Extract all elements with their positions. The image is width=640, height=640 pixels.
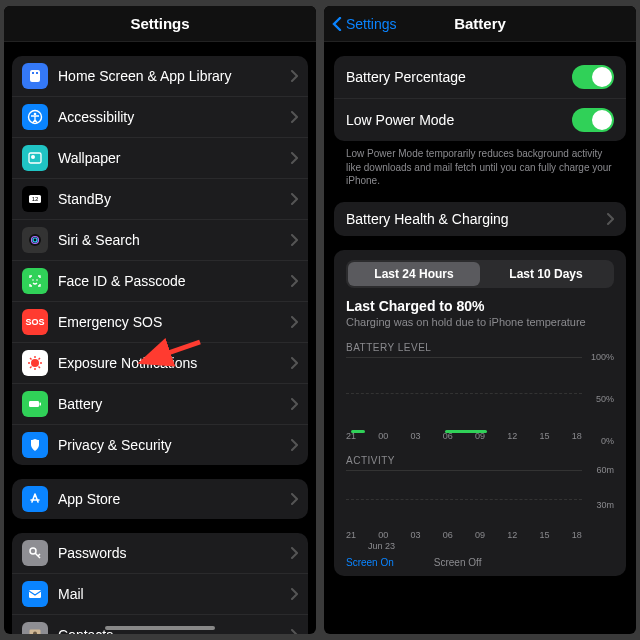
settings-row-siri[interactable]: Siri & Search bbox=[12, 220, 308, 261]
settings-title: Settings bbox=[130, 15, 189, 32]
svg-point-4 bbox=[34, 113, 37, 116]
chevron-right-icon bbox=[290, 439, 298, 451]
low-power-toggle[interactable] bbox=[572, 108, 614, 132]
date-stamp: Jun 23 bbox=[368, 541, 614, 551]
svg-text:12: 12 bbox=[32, 196, 39, 202]
battery-pane: Settings Battery Battery Percentage Low … bbox=[324, 6, 636, 634]
time-range-segment[interactable]: Last 24 Hours Last 10 Days bbox=[346, 260, 614, 288]
chevron-right-icon bbox=[290, 547, 298, 559]
low-power-row[interactable]: Low Power Mode bbox=[334, 99, 626, 141]
battery-health-row[interactable]: Battery Health & Charging bbox=[334, 202, 626, 236]
svg-line-21 bbox=[30, 367, 32, 369]
chevron-right-icon bbox=[606, 213, 614, 225]
battery-level-label: BATTERY LEVEL bbox=[346, 342, 614, 353]
row-label: Wallpaper bbox=[58, 150, 121, 166]
standby-icon: 12 bbox=[22, 186, 48, 212]
chevron-right-icon bbox=[290, 234, 298, 246]
chevron-right-icon bbox=[290, 493, 298, 505]
battery-icon bbox=[22, 391, 48, 417]
chevron-right-icon bbox=[290, 275, 298, 287]
svg-line-19 bbox=[30, 358, 32, 360]
exposure-icon bbox=[22, 350, 48, 376]
settings-row-home-screen[interactable]: Home Screen & App Library bbox=[12, 56, 308, 97]
svg-line-34 bbox=[142, 342, 200, 362]
settings-row-mail[interactable]: Mail bbox=[12, 574, 308, 615]
battery-content[interactable]: Battery Percentage Low Power Mode Low Po… bbox=[324, 42, 636, 634]
svg-line-20 bbox=[39, 367, 41, 369]
row-label: Mail bbox=[58, 586, 84, 602]
chevron-right-icon bbox=[290, 152, 298, 164]
row-label: Home Screen & App Library bbox=[58, 68, 232, 84]
chevron-right-icon bbox=[290, 111, 298, 123]
settings-row-faceid[interactable]: Face ID & Passcode bbox=[12, 261, 308, 302]
activity-label: ACTIVITY bbox=[346, 455, 614, 466]
row-label: Battery bbox=[58, 396, 102, 412]
row-label: Emergency SOS bbox=[58, 314, 162, 330]
battery-percentage-label: Battery Percentage bbox=[346, 69, 466, 85]
settings-row-battery[interactable]: Battery bbox=[12, 384, 308, 425]
low-power-footnote: Low Power Mode temporarily reduces backg… bbox=[334, 141, 626, 188]
sos-icon: SOS bbox=[22, 309, 48, 335]
chevron-right-icon bbox=[290, 629, 298, 634]
mail-icon bbox=[22, 581, 48, 607]
seg-24h[interactable]: Last 24 Hours bbox=[348, 262, 480, 286]
chevron-right-icon bbox=[290, 70, 298, 82]
passwords-icon bbox=[22, 540, 48, 566]
svg-point-13 bbox=[36, 279, 38, 281]
legend-screen-on: Screen On bbox=[346, 557, 394, 568]
contacts-icon bbox=[22, 622, 48, 634]
svg-rect-2 bbox=[36, 72, 38, 74]
seg-10d[interactable]: Last 10 Days bbox=[480, 262, 612, 286]
battery-percentage-toggle[interactable] bbox=[572, 65, 614, 89]
svg-rect-5 bbox=[29, 153, 41, 163]
wallpaper-icon bbox=[22, 145, 48, 171]
row-label: App Store bbox=[58, 491, 120, 507]
battery-header: Settings Battery bbox=[324, 6, 636, 42]
battery-title: Battery bbox=[454, 15, 506, 32]
chevron-right-icon bbox=[290, 193, 298, 205]
svg-rect-23 bbox=[29, 401, 39, 407]
battery-percentage-row[interactable]: Battery Percentage bbox=[334, 56, 626, 99]
last-charged-sub: Charging was on hold due to iPhone tempe… bbox=[346, 316, 614, 328]
settings-pane: Settings Home Screen & App LibraryAccess… bbox=[4, 6, 316, 634]
svg-rect-1 bbox=[32, 72, 34, 74]
settings-row-contacts[interactable]: Contacts bbox=[12, 615, 308, 634]
activity-chart: 30m60m 2100030609121518 bbox=[346, 470, 614, 540]
svg-rect-24 bbox=[40, 403, 42, 406]
chevron-right-icon bbox=[290, 357, 298, 369]
svg-point-6 bbox=[31, 155, 35, 159]
row-label: Privacy & Security bbox=[58, 437, 172, 453]
home-screen-icon bbox=[22, 63, 48, 89]
settings-row-wallpaper[interactable]: Wallpaper bbox=[12, 138, 308, 179]
back-button[interactable]: Settings bbox=[332, 16, 396, 32]
row-label: Passwords bbox=[58, 545, 126, 561]
svg-point-12 bbox=[32, 279, 34, 281]
row-label: Siri & Search bbox=[58, 232, 140, 248]
svg-rect-0 bbox=[30, 70, 40, 82]
settings-row-sos[interactable]: SOSEmergency SOS bbox=[12, 302, 308, 343]
settings-row-standby[interactable]: 12StandBy bbox=[12, 179, 308, 220]
accessibility-icon bbox=[22, 104, 48, 130]
chevron-right-icon bbox=[290, 588, 298, 600]
svg-line-22 bbox=[39, 358, 41, 360]
toggle-group: Battery Percentage Low Power Mode bbox=[334, 56, 626, 141]
row-label: StandBy bbox=[58, 191, 111, 207]
row-label: Face ID & Passcode bbox=[58, 273, 186, 289]
annotation-arrow bbox=[134, 338, 204, 372]
activity-legend: Screen On Screen Off bbox=[346, 557, 614, 568]
back-label: Settings bbox=[346, 16, 397, 32]
settings-row-accessibility[interactable]: Accessibility bbox=[12, 97, 308, 138]
appstore-icon bbox=[22, 486, 48, 512]
settings-row-appstore[interactable]: App Store bbox=[12, 479, 308, 519]
usage-card: Last 24 Hours Last 10 Days Last Charged … bbox=[334, 250, 626, 576]
svg-point-9 bbox=[29, 234, 41, 246]
settings-row-passwords[interactable]: Passwords bbox=[12, 533, 308, 574]
siri-icon bbox=[22, 227, 48, 253]
battery-health-label: Battery Health & Charging bbox=[346, 211, 509, 227]
legend-screen-off: Screen Off bbox=[434, 557, 482, 568]
low-power-label: Low Power Mode bbox=[346, 112, 454, 128]
svg-point-14 bbox=[31, 359, 39, 367]
settings-header: Settings bbox=[4, 6, 316, 42]
settings-row-privacy[interactable]: Privacy & Security bbox=[12, 425, 308, 465]
last-charged-title: Last Charged to 80% bbox=[346, 298, 614, 314]
